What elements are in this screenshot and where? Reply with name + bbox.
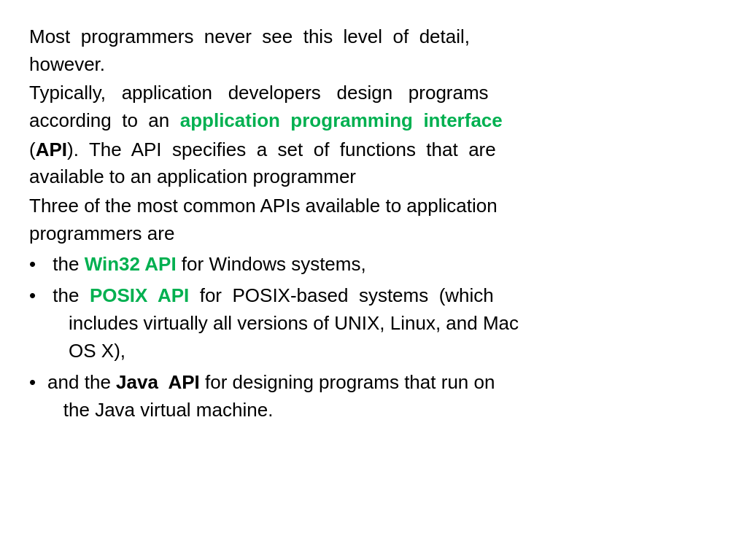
- java-content: and the Java API for designing programs …: [47, 369, 718, 424]
- para2-text: Typically, application developers design…: [29, 79, 718, 134]
- paragraph-2: Typically, application developers design…: [29, 79, 718, 134]
- bullet-2: •: [29, 282, 36, 310]
- posix-api-term: POSIX API: [90, 284, 189, 306]
- api-bold: API: [36, 139, 67, 160]
- bullet-1: •: [29, 251, 36, 279]
- paragraph-4: Three of the most common APIs available …: [29, 192, 718, 247]
- win32-content: the Win32 API for Windows systems,: [47, 251, 718, 279]
- paragraph-3: (API). The API specifies a set of functi…: [29, 136, 718, 191]
- list-item-win32: • the Win32 API for Windows systems,: [29, 251, 718, 279]
- win32-api-term: Win32 API: [85, 253, 177, 275]
- para3-text: (API). The API specifies a set of functi…: [29, 136, 718, 191]
- bullet-3: •: [29, 369, 36, 397]
- main-content: Most programmers never see this level of…: [0, 0, 747, 452]
- java-api-term: Java API: [116, 371, 200, 393]
- para1-text: Most programmers never see this level of…: [29, 23, 718, 78]
- api-term-highlight: application programming interface: [180, 109, 503, 131]
- api-list: • the Win32 API for Windows systems, • t…: [29, 251, 718, 424]
- para4-text: Three of the most common APIs available …: [29, 192, 718, 247]
- paragraph-1: Most programmers never see this level of…: [29, 23, 718, 78]
- posix-content: the POSIX API for POSIX-based systems (w…: [47, 282, 718, 365]
- list-item-java: • and the Java API for designing program…: [29, 369, 718, 424]
- list-item-posix: • the POSIX API for POSIX-based systems …: [29, 282, 718, 365]
